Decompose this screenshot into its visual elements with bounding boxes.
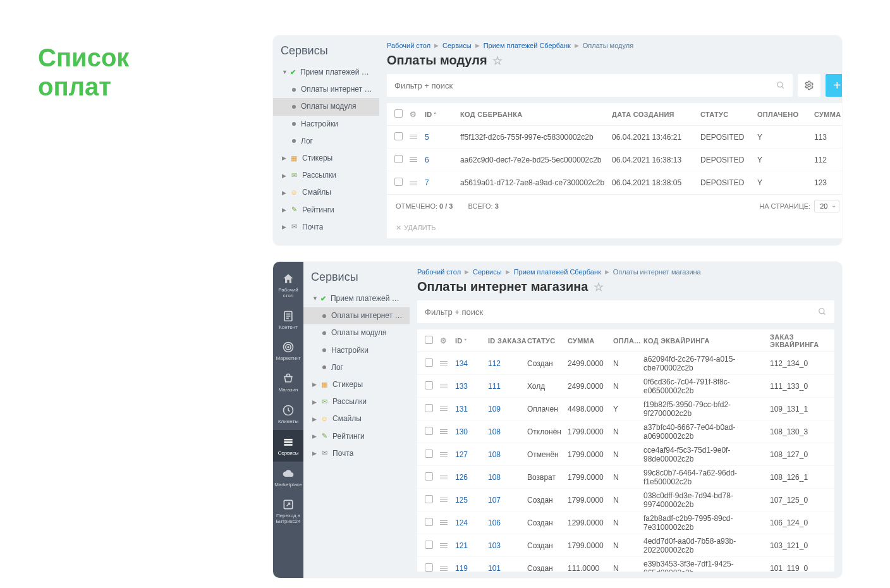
row-menu-icon[interactable] (410, 157, 425, 162)
tree-other-1[interactable]: ▶✉Рассылки (303, 393, 410, 410)
search-input[interactable] (417, 300, 834, 323)
cell-id[interactable]: 119 (455, 564, 488, 572)
row-menu-icon[interactable] (440, 475, 455, 479)
table-row[interactable]: 131109Оплачен4498.0000Yf19b82f5-3950-79c… (417, 398, 834, 420)
table-row[interactable]: 125107Создан1799.0000N038c0dff-9d3e-7d94… (417, 489, 834, 511)
col-status[interactable]: СТАТУС (527, 337, 568, 345)
row-menu-icon[interactable] (440, 429, 455, 434)
vnav-item-3[interactable]: Магазин (273, 367, 303, 398)
search-field[interactable] (394, 81, 776, 90)
cell-id[interactable]: 131 (455, 405, 488, 413)
grid-gear-icon[interactable]: ⚙ (440, 336, 455, 345)
tree-child-0[interactable]: Оплаты интернет магазина (273, 81, 379, 98)
tree-child-3[interactable]: Лог (303, 359, 410, 376)
tree-child-2[interactable]: Настройки (273, 116, 379, 133)
tree-other-2[interactable]: ▶☺Смайлы (273, 184, 379, 201)
cell-id[interactable]: 125 (455, 496, 488, 505)
row-checkbox[interactable] (425, 427, 433, 435)
tree-other-3[interactable]: ▶✎Рейтинги (273, 202, 379, 219)
row-checkbox[interactable] (425, 404, 433, 412)
cell-order-id[interactable]: 112 (488, 359, 527, 368)
search-input[interactable] (387, 74, 793, 97)
col-sber-code[interactable]: КОД СБЕРБАНКА (460, 111, 612, 118)
page-size-select[interactable]: 20 (814, 200, 839, 212)
tree-child-1[interactable]: Оплаты модуля (303, 324, 410, 341)
breadcrumb-link[interactable]: Сервисы (442, 42, 472, 49)
vnav-item-1[interactable]: Контент (273, 304, 303, 336)
tree-child-3[interactable]: Лог (273, 133, 379, 150)
cell-order-id[interactable]: 108 (488, 473, 527, 482)
row-menu-icon[interactable] (410, 181, 425, 185)
tree-child-1[interactable]: Оплаты модуля (273, 98, 379, 115)
row-checkbox[interactable] (394, 178, 403, 186)
breadcrumb-link[interactable]: Прием платежей Сбербанк (484, 42, 571, 49)
cell-id[interactable]: 130 (455, 427, 488, 436)
breadcrumb-link[interactable]: Прием платежей Сбербанк (514, 268, 601, 276)
cell-id[interactable]: 124 (455, 518, 488, 527)
settings-button[interactable] (798, 74, 820, 97)
tree-other-4[interactable]: ▶✉Почта (273, 219, 379, 236)
cell-order-id[interactable]: 109 (488, 405, 527, 413)
table-row[interactable]: 133111Холд2499.0000N0f6cd36c-7c04-791f-8… (417, 375, 834, 398)
col-sum[interactable]: СУММА (814, 111, 841, 118)
row-menu-icon[interactable] (440, 543, 455, 548)
table-row[interactable]: 127108Отменён1799.0000Ncce4af94-f5c3-75d… (417, 443, 834, 466)
cell-id[interactable]: 134 (455, 359, 488, 368)
row-checkbox[interactable] (425, 472, 433, 481)
row-checkbox[interactable] (425, 358, 433, 367)
row-checkbox[interactable] (425, 518, 433, 526)
table-row[interactable]: 5ff5f132f-d2c6-755f-997e-c58300002c2b06.… (387, 126, 842, 149)
row-menu-icon[interactable] (440, 452, 455, 456)
table-row[interactable]: 119101Создан111.0000Ne39b3453-3f3e-7df1-… (417, 557, 834, 572)
vnav-item-2[interactable]: Маркетинг (273, 335, 303, 367)
favorite-star-icon[interactable]: ☆ (492, 54, 503, 68)
tree-child-2[interactable]: Настройки (303, 342, 410, 359)
vnav-item-6[interactable]: Marketplace (273, 462, 303, 493)
cell-id[interactable]: 126 (455, 473, 488, 482)
tree-other-1[interactable]: ▶✉Рассылки (273, 167, 379, 184)
breadcrumb-link[interactable]: Оплаты модуля (583, 42, 633, 49)
cell-id[interactable]: 121 (455, 541, 488, 550)
cell-order-id[interactable]: 108 (488, 427, 527, 436)
tree-other-3[interactable]: ▶✎Рейтинги (303, 428, 410, 445)
col-paid[interactable]: ОПЛА... (613, 337, 643, 345)
vnav-item-0[interactable]: Рабочий стол (273, 267, 303, 304)
grid-gear-icon[interactable]: ⚙ (410, 110, 425, 119)
vnav-item-7[interactable]: Переход в Битрикс24 (273, 493, 303, 530)
cell-order-id[interactable]: 106 (488, 518, 527, 527)
table-row[interactable]: 6aa62c9d0-decf-7e2e-bd25-5ec000002c2b06.… (387, 149, 842, 171)
table-row[interactable]: 124106Создан1299.0000Nfa2b8adf-c2b9-7995… (417, 511, 834, 534)
row-menu-icon[interactable] (440, 567, 455, 571)
search-field[interactable] (425, 307, 818, 317)
cell-id[interactable]: 5 (425, 133, 460, 142)
col-status[interactable]: СТАТУС (700, 111, 757, 118)
cell-id[interactable]: 7 (425, 178, 460, 187)
delete-action[interactable]: ✕УДАЛИТЬ (387, 217, 842, 238)
col-acquiring-order[interactable]: ЗАКАЗ ЭКВАЙРИНГА (770, 333, 827, 348)
row-checkbox[interactable] (394, 132, 403, 140)
row-checkbox[interactable] (425, 495, 433, 503)
row-menu-icon[interactable] (440, 520, 455, 525)
breadcrumb-link[interactable]: Рабочий стол (387, 42, 430, 49)
cell-order-id[interactable]: 101 (488, 564, 527, 572)
favorite-star-icon[interactable]: ☆ (594, 280, 604, 294)
tree-root-sber[interactable]: ▼✔Прием платежей Сбербанк (303, 290, 410, 307)
row-checkbox[interactable] (425, 450, 433, 458)
row-checkbox[interactable] (425, 381, 433, 389)
breadcrumb-link[interactable]: Рабочий стол (417, 268, 461, 276)
row-checkbox[interactable] (425, 563, 433, 572)
add-button[interactable]: + (826, 74, 842, 97)
breadcrumb-link[interactable]: Сервисы (473, 268, 502, 276)
vnav-item-5[interactable]: Сервисы (273, 430, 303, 462)
cell-order-id[interactable]: 107 (488, 496, 527, 505)
col-id[interactable]: ID˄ (425, 111, 460, 118)
row-menu-icon[interactable] (440, 361, 455, 365)
cell-id[interactable]: 127 (455, 450, 488, 459)
cell-order-id[interactable]: 108 (488, 450, 527, 459)
table-row[interactable]: 130108Отклонён1799.0000Na37bfc40-6667-7e… (417, 420, 834, 443)
tree-child-0[interactable]: Оплаты интернет магазина (303, 307, 410, 324)
tree-other-0[interactable]: ▶▦Стикеры (303, 376, 410, 393)
table-row[interactable]: 7a5619a01-d712-7ae8-a9ad-ce7300002c2b06.… (387, 171, 842, 194)
col-paid[interactable]: ОПЛАЧЕНО (757, 111, 814, 118)
col-order-id[interactable]: ID ЗАКАЗА (488, 337, 527, 345)
